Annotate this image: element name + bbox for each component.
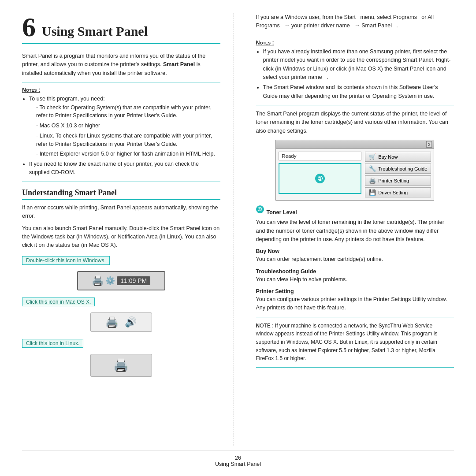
- divider-r2: [256, 105, 454, 105]
- notes-block-r: Notes : If you have already installed mo…: [256, 40, 454, 100]
- linux-icon-section: Click this icon in Linux. 🖨️: [22, 336, 220, 377]
- divider-1: [22, 82, 220, 82]
- intro-paragraph: Smart Panel is a program that monitors a…: [22, 52, 220, 78]
- buy-icon: 🛒: [369, 153, 376, 160]
- notes-label-1: Notes :: [22, 87, 220, 93]
- buy-now-button[interactable]: 🛒 Buy Now: [365, 152, 431, 162]
- page: 6 Using Smart Panel Smart Panel is a pro…: [0, 0, 476, 476]
- chapter-title: Using Smart Panel: [42, 24, 148, 41]
- page-number: 26: [235, 455, 241, 461]
- status-display: Ready: [279, 152, 361, 160]
- toner-level-desc: You can view the level of toner remainin…: [256, 218, 454, 244]
- chapter-header: 6 Using Smart Panel: [22, 13, 220, 44]
- trouble-icon: 🔧: [369, 165, 376, 172]
- divider-2: [22, 182, 220, 182]
- toner-level-label: Toner Level: [267, 209, 297, 216]
- troubleshooting-button[interactable]: 🔧 Troubleshooting Guide: [365, 164, 431, 174]
- linux-icon-box: 🖨️: [90, 354, 152, 377]
- toner-number-circle: ①: [315, 174, 325, 183]
- notes-block-1: Notes : To use this program, you need: T…: [22, 87, 220, 177]
- bottom-note: NOTE : If your machine is connected a ne…: [256, 322, 454, 363]
- buy-now-section-header: Buy Now: [256, 248, 454, 254]
- troubleshooting-label: Troubleshooting Guide: [378, 166, 427, 171]
- linux-label: Click this icon in Linux.: [22, 339, 83, 348]
- list-item: If you have already installed more than …: [263, 48, 454, 82]
- divider-r1: [256, 35, 454, 35]
- top-text: If you are a Windows user, from the Star…: [256, 13, 454, 30]
- sub-list-item: To check for Operating System(s) that ar…: [36, 104, 220, 120]
- settings-icon-win: ⚙️: [105, 276, 115, 286]
- chapter-number: 6: [22, 13, 36, 41]
- printer-icon: 🖨️: [369, 177, 376, 184]
- toner-num-circle: ①: [256, 205, 264, 213]
- para2: You can also launch Smart Panel manually…: [22, 224, 220, 250]
- printer-setting-desc: You can configure various printer settin…: [256, 295, 454, 312]
- buy-now-label: Buy Now: [378, 154, 398, 160]
- driver-setting-button[interactable]: 💾 Driver Setting: [365, 187, 431, 197]
- driver-icon: 💾: [369, 189, 376, 196]
- list-item: The Smart Panel window and its contents …: [263, 83, 454, 100]
- volume-icon-mac: 🔊: [125, 316, 137, 328]
- mac-icon-box: 🖨️ 🔊: [90, 312, 152, 332]
- page-footer-label: Using Smart Panel: [215, 461, 261, 467]
- driver-setting-label: Driver Setting: [378, 190, 408, 195]
- toner-level-section: ① Toner Level: [256, 205, 454, 216]
- mac-icon-section: Click this icon in Mac OS X. 🖨️ 🔊: [22, 295, 220, 332]
- subheading: Understanding Smart Panel: [22, 188, 220, 200]
- printer-setting-button[interactable]: 🖨️ Printer Setting: [365, 175, 431, 186]
- sp-left-panel: Ready ①: [279, 152, 361, 197]
- list-item: If you need to know the exact name of yo…: [29, 160, 220, 177]
- sp-titlebar: x: [276, 140, 434, 149]
- smart-panel-desc: The Smart Panel program displays the cur…: [256, 110, 454, 135]
- win-label: Double-click this icon in Windows.: [22, 256, 110, 265]
- buy-now-desc: You can order replacement toner cartridg…: [256, 255, 454, 264]
- sp-right-buttons: 🛒 Buy Now 🔧 Troubleshooting Guide 🖨️ Pri…: [365, 152, 431, 197]
- sub-list: To check for Operating System(s) that ar…: [36, 104, 220, 159]
- notes-list-r: If you have already installed more than …: [263, 48, 454, 100]
- toner-area: ①: [279, 163, 361, 194]
- win-icon-section: Double-click this icon in Windows. 🖨️ ⚙️…: [22, 253, 220, 290]
- smart-panel-window: x Ready ① 🛒 Buy Now: [275, 140, 434, 201]
- close-icon[interactable]: x: [426, 141, 432, 148]
- printer-setting-header: Printer Setting: [256, 288, 454, 294]
- notes-label-r: Notes :: [256, 40, 454, 46]
- list-item: To use this program, you need: To check …: [29, 95, 220, 158]
- left-column: 6 Using Smart Panel Smart Panel is a pro…: [22, 13, 234, 446]
- sub-list-item: Mac OS X 10.3 or higher: [36, 122, 220, 130]
- divider-r4: [256, 367, 454, 368]
- sub-list-item: Linux. To check for Linux systems that a…: [36, 132, 220, 149]
- para1: If an error occurs while printing, Smart…: [22, 204, 220, 221]
- time-display: 11:09 PM: [117, 276, 150, 285]
- divider-r3: [256, 317, 454, 317]
- printer-icon-mac: 🖨️: [105, 316, 119, 328]
- printer-setting-label: Printer Setting: [378, 178, 409, 183]
- troubleshooting-desc: You can view Help to solve problems.: [256, 275, 454, 284]
- sp-body: Ready ① 🛒 Buy Now 🔧 Troubleshooting Guid…: [276, 149, 434, 200]
- troubleshooting-header: Troubleshooting Guide: [256, 268, 454, 275]
- mac-label: Click this icon in Mac OS X.: [22, 298, 95, 306]
- sub-list-item: Internet Explorer version 5.0 or higher …: [36, 150, 220, 158]
- win-icon-box: 🖨️ ⚙️ 11:09 PM: [77, 271, 165, 290]
- notes-list-1: To use this program, you need: To check …: [29, 95, 220, 177]
- printer-icon-win: 🖨️: [92, 275, 104, 286]
- page-footer: 26 Using Smart Panel: [22, 450, 454, 467]
- right-column: If you are a Windows user, from the Star…: [252, 13, 454, 446]
- printer-icon-linux: 🖨️: [113, 358, 129, 372]
